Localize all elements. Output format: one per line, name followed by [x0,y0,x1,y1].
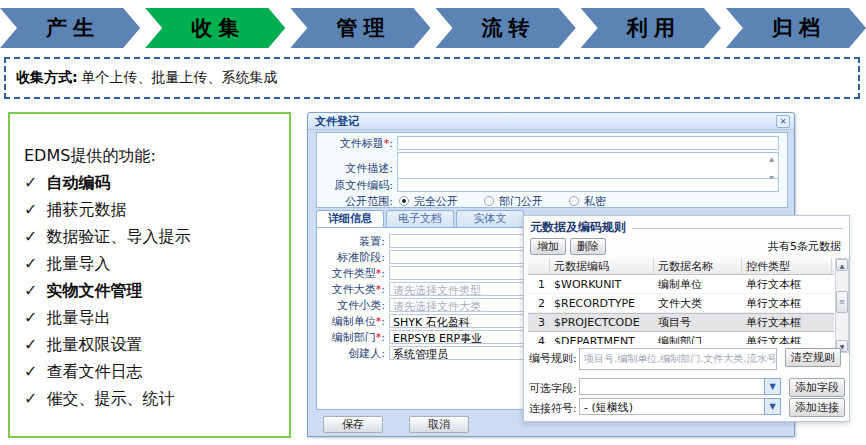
field-row-orig-code: 原文件编码: [317,178,787,192]
dialog-top-section: 文件标题*: 文件描述: ▲ ▼ 原文件编码: 公开范围: 完全公开 部门公开 [316,132,788,208]
radio-icon[interactable] [569,196,579,206]
dialog-titlebar[interactable]: 文件登记 ✕ [308,113,794,130]
doc-desc-label: 文件描述: [317,161,393,176]
features-title: EDMS提供的功能: [24,146,279,167]
add-field-button[interactable]: 添加字段 [789,378,845,397]
radio-private[interactable]: 私密 [569,194,606,209]
dialog-buttons: 保存 取消 [323,416,469,433]
scrollbar-thumb[interactable]: ≡ [836,291,848,313]
device-input[interactable] [389,234,539,248]
feature-item: ✓实物文件管理 [24,277,279,304]
field-row-scope: 公开范围: 完全公开 部门公开 私密 [317,194,787,208]
detail-row-creator: 创建人: 系统管理员 [317,346,539,360]
metadata-table-header: 元数据编码 元数据名称 控件类型 [528,258,834,275]
table-row-selected[interactable]: 3 $PROJECTCODE 项目号 单行文本框 [528,313,834,332]
add-connector-button[interactable]: 添加连接 [789,398,845,417]
standard-phase-input[interactable] [389,250,539,264]
metadata-table: 元数据编码 元数据名称 控件类型 1 $WORKUNIT 编制单位 单行文本框 … [528,258,834,344]
header-type: 控件类型 [742,258,832,274]
flow-step-transfer: 流转 [436,8,576,48]
detail-row-device: 装置: [317,234,539,248]
rule-row: 编号规则: 项目号.编制单位.编制部门.文件大类.流水号 清空规则 [529,348,841,370]
table-row[interactable]: 4 $DEPARTMENT 编制部门 单行文本框 [528,332,834,344]
feature-item: ✓催交、提示、统计 [24,385,279,412]
clear-rule-button[interactable]: 清空规则 [785,348,841,367]
add-metadata-button[interactable]: 增加 [530,238,566,255]
doc-title-label: 文件标题*: [317,136,393,151]
flow-step-label: 收集 [191,14,245,42]
radio-department[interactable]: 部门公开 [484,194,543,209]
metadata-panel-title: 元数据及编码规则 [530,219,626,236]
collection-banner: 收集方式: 单个上传、批量上传、系统集成 [4,57,860,99]
flow-step-label: 产生 [46,14,100,42]
scope-label: 公开范围: [317,194,393,209]
divider [632,228,843,229]
creator-input[interactable]: 系统管理员 [389,346,539,360]
optional-field-select[interactable]: ▼ [579,378,781,395]
connector-select[interactable]: - (短横线) ▼ [579,398,781,415]
check-icon: ✓ [24,308,37,327]
flow-step-collect: 收集 [145,8,285,48]
feature-item: ✓数据验证、导入提示 [24,223,279,250]
banner-text: 单个上传、批量上传、系统集成 [82,69,278,87]
header-name: 元数据名称 [654,258,742,274]
table-row[interactable]: 1 $WORKUNIT 编制单位 单行文本框 [528,275,834,294]
check-icon: ✓ [24,335,37,354]
tab-electronic-doc[interactable]: 电子文档 [386,210,454,227]
scroll-up-icon[interactable]: ▲ [836,259,848,271]
field-row-doc-title: 文件标题*: [317,136,787,150]
feature-item: ✓自动编码 [24,169,279,196]
radio-public[interactable]: 完全公开 [399,194,458,209]
save-button[interactable]: 保存 [323,416,383,433]
close-icon[interactable]: ✕ [776,115,790,128]
radio-icon[interactable] [484,196,494,206]
connector-row: 连接符号: - (短横线) ▼ 添加连接 [529,398,845,417]
feature-item: ✓批量导入 [24,250,279,277]
rule-input[interactable]: 项目号.编制单位.编制部门.文件大类.流水号 [579,348,777,370]
check-icon: ✓ [24,173,37,192]
doc-type-input[interactable] [389,266,539,280]
delete-metadata-button[interactable]: 删除 [570,238,606,255]
features-panel: EDMS提供的功能: ✓自动编码 ✓捕获元数据 ✓数据验证、导入提示 ✓批量导入… [8,112,291,438]
compile-dept-input[interactable]: ERPSYB ERP事业 [389,330,539,344]
radio-icon[interactable] [399,196,409,206]
check-icon: ✓ [24,200,37,219]
check-icon: ✓ [24,389,37,408]
detail-row-doc-type: 文件类型*: [317,266,539,280]
banner-label: 收集方式: [16,69,78,87]
tab-detail-info[interactable]: 详细信息 [316,210,384,228]
detail-row-standard-phase: 标准阶段: [317,250,539,264]
chevron-down-icon[interactable]: ▼ [764,398,781,415]
detail-row-compile-dept: 编制部门*: ERPSYB ERP事业 [317,330,539,344]
table-scrollbar[interactable]: ▲ ≡ ▼ [835,258,849,353]
flow-step-archive: 归档 [726,8,866,48]
dialog-title: 文件登记 [315,114,776,129]
tab-physical-doc[interactable]: 实体文 [456,210,524,227]
dialog-tabs: 详细信息 电子文档 实体文 [316,210,524,228]
flow-step-label: 管理 [336,14,390,42]
orig-code-input[interactable] [397,178,779,192]
metadata-panel-header: 元数据及编码规则 [530,219,843,236]
flow-step-label: 流转 [482,14,536,42]
chevron-down-icon[interactable]: ▼ [764,378,781,395]
flow-step-label: 归档 [772,14,826,42]
compile-unit-input[interactable]: SHYK 石化盈科 [389,314,539,328]
doc-title-input[interactable] [397,136,779,150]
table-row[interactable]: 2 $RECORDTYPE 文件大类 单行文本框 [528,294,834,313]
check-icon: ✓ [24,362,37,381]
feature-item: ✓批量导出 [24,304,279,331]
header-code: 元数据编码 [550,258,654,274]
feature-item: ✓批量权限设置 [24,331,279,358]
doc-subcategory-input[interactable]: 请先选择文件大类 [389,298,539,312]
feature-item: ✓查看文件日志 [24,358,279,385]
optional-field-row: 可选字段: ▼ 添加字段 [529,378,845,397]
check-icon: ✓ [24,227,37,246]
detail-row-compile-unit: 编制单位*: SHYK 石化盈科 [317,314,539,328]
doc-category-input[interactable]: 请先选择文件类型 [389,282,539,296]
slide-canvas: 产生 收集 管理 流转 利用 归档 收集方式: 单个上传、批量上传、系统集成 E… [0,0,866,445]
flow-step-use: 利用 [581,8,721,48]
cancel-button[interactable]: 取消 [409,416,469,433]
orig-code-label: 原文件编码: [317,178,393,193]
scroll-up-icon[interactable]: ▲ [766,155,777,162]
metadata-panel: 元数据及编码规则 增加 删除 共有5条元数据 元数据编码 元数据名称 控件类型 … [523,215,850,422]
